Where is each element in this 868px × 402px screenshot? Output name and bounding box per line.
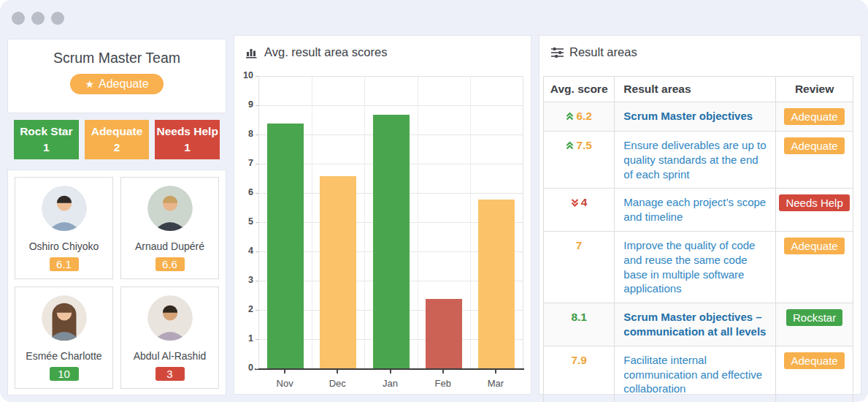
result-area-cell[interactable]: Improve the quality of code and reuse th… [615,231,776,303]
x-axis-label: Nov [258,378,311,389]
x-axis-tick [390,370,391,373]
team-stats: Rock Star1Adequate2Needs Help1 [14,120,220,159]
member-avatar [42,295,87,341]
trend-down-icon [571,198,579,207]
v-gridline [418,77,418,369]
y-axis-tick [256,251,258,252]
member-card-abdul-al-rashid[interactable]: Abdul Al-Rashid3 [120,287,219,389]
member-avatar [42,186,87,231]
avatar [15,295,112,344]
review-badge-adequate[interactable]: Adequate [784,352,844,369]
review-badge-adequate[interactable]: Adequate [784,137,844,154]
table-row[interactable]: 6.2Scrum Master objectivesAdequate [544,102,853,132]
result-areas-panel: Result areas Avg. score Result areas Rev… [539,35,861,395]
review-badge-rockstar[interactable]: Rockstar [786,309,842,326]
h-gridline [259,105,523,106]
avg-score-value: 8.1 [571,311,587,323]
review-cell: Adequate [776,231,853,303]
member-name: Abdul Al-Rashid [121,350,218,362]
stat-box-rock-star[interactable]: Rock Star1 [14,120,79,159]
x-axis-tick [495,370,496,373]
review-badge-adequate[interactable]: Adequate [784,108,844,125]
member-name: Arnaud Dupéré [121,240,218,252]
y-axis-label: 7 [234,158,253,168]
y-axis-tick [256,193,258,194]
member-score-badge: 6.6 [155,257,185,271]
team-review-badge[interactable]: ★Adequate [70,74,163,94]
avg-score-value: 7 [576,239,583,251]
x-axis-tick [442,370,444,373]
window-controls [12,12,64,25]
y-axis-tick [256,368,258,369]
member-score-badge: 6.1 [50,257,79,271]
review-cell: Adequate [776,346,853,402]
window-dot-icon[interactable] [12,12,25,25]
window-dot-icon[interactable] [51,12,64,25]
column-header-result-areas[interactable]: Result areas [615,77,776,102]
stat-box-adequate[interactable]: Adequate2 [85,120,150,159]
table-row[interactable]: 8.1Scrum Master objectives – communicati… [544,303,853,346]
chart-bar-dec[interactable] [320,176,356,369]
member-card-arnaud-dup-r-[interactable]: Arnaud Dupéré6.6 [120,177,219,279]
review-cell: Adequate [776,102,853,132]
avg-score-cell: 7 [544,231,615,303]
sliders-icon [551,47,564,58]
team-header-card: Scrum Master Team ★Adequate [7,39,226,113]
review-badge-needs-help[interactable]: Needs Help [779,194,849,211]
result-area-cell[interactable]: Scrum Master objectives – communication … [615,303,776,346]
member-avatar [147,295,193,341]
table-row[interactable]: 7.5Ensure deliverables are up to quality… [544,132,853,189]
result-area-cell[interactable]: Scrum Master objectives [615,102,776,132]
avg-score-cell: 4 [544,189,615,232]
chart-title-text: Avg. result area scores [264,45,387,59]
chart-bar-mar[interactable] [478,200,515,369]
v-gridline [364,77,365,369]
y-axis-tick [256,310,258,311]
y-axis-label: 3 [234,275,253,285]
v-gridline [312,77,312,369]
stat-count: 1 [14,140,79,156]
x-axis-label: Mar [469,378,522,389]
window-dot-icon[interactable] [31,12,45,25]
column-header-avg-score[interactable]: Avg. score [544,77,615,102]
team-review-label: Adequate [99,77,149,90]
result-areas-table: Avg. score Result areas Review 6.2Scrum … [543,76,853,402]
y-axis-label: 6 [234,187,253,197]
x-axis-tick [284,370,285,373]
review-badge-adequate[interactable]: Adequate [784,238,844,254]
y-axis-tick [256,105,258,106]
v-gridline [470,77,471,369]
member-score-badge: 10 [50,367,79,381]
stat-box-needs-help[interactable]: Needs Help1 [155,120,220,159]
y-axis-tick [256,281,258,281]
y-axis-label: 5 [234,216,253,227]
result-area-cell[interactable]: Manage each project’s scope and timeline [615,189,776,232]
avg-score-value: 6.2 [576,110,592,122]
result-areas-panel-title: Result areas [539,36,861,59]
x-axis-tick [337,370,338,373]
team-title: Scrum Master Team [8,50,226,67]
review-cell: Rockstar [776,303,853,346]
y-axis-label: 10 [234,70,253,80]
chart-bar-jan[interactable] [373,115,410,369]
avg-score-cell: 6.2 [544,102,615,132]
chart-bar-nov[interactable] [267,124,304,369]
y-axis-label: 8 [234,129,253,139]
table-row[interactable]: 7Improve the quality of code and reuse t… [544,231,853,303]
stat-count: 1 [155,140,220,156]
result-areas-title-text: Result areas [569,45,637,59]
table-row[interactable]: 4Manage each project’s scope and timelin… [544,189,853,232]
y-axis-label: 4 [234,246,253,256]
table-row[interactable]: 7.9Facilitate internal communication and… [544,346,853,402]
column-header-review[interactable]: Review [776,77,853,102]
member-card-oshiro-chiyoko[interactable]: Oshiro Chiyoko6.1 [15,177,113,279]
chart-bar-feb[interactable] [426,299,462,369]
chart-panel: Avg. result area scores 012345678910 Nov… [234,35,531,395]
avg-score-value: 7.9 [571,354,587,366]
result-area-cell[interactable]: Facilitate internal communication and ef… [615,346,776,402]
avg-score-cell: 7.5 [544,132,615,189]
bar-chart-icon [246,46,258,58]
trend-up-icon [566,112,574,121]
result-area-cell[interactable]: Ensure deliverables are up to quality st… [615,132,776,189]
member-card-esm-e-charlotte[interactable]: Esmée Charlotte10 [15,287,113,389]
